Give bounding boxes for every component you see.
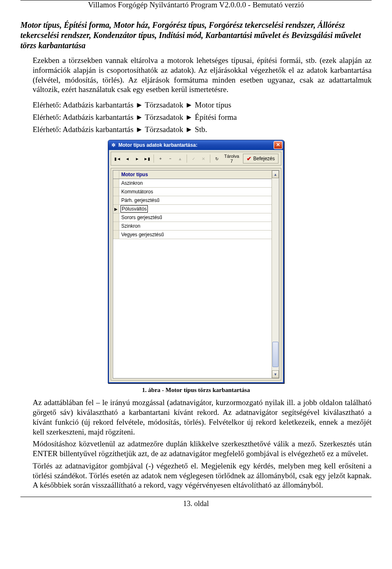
scroll-thumb[interactable]: [272, 342, 278, 367]
cell-value[interactable]: Kommutátoros: [119, 188, 272, 196]
separator: [210, 155, 210, 163]
nav-last-button[interactable]: ►▮: [143, 155, 151, 163]
data-grid: Motor típusAszinkronKommutátorosPárh. ge…: [111, 168, 281, 381]
nav-post-button: ✓: [189, 155, 198, 163]
paragraph-usage-3: Törlés az adatnavigátor gombjával (-) vé…: [33, 461, 372, 490]
cell-value[interactable]: Vegyes gerjesztésű: [119, 231, 272, 239]
cell-value[interactable]: Párh. gerjesztésű: [119, 196, 272, 204]
page-number: 13. oldal: [0, 497, 392, 512]
finish-label: Befejezés: [253, 156, 275, 161]
row-indicator: [113, 213, 119, 222]
edit-input[interactable]: Pólusváltós: [120, 205, 148, 213]
row-indicator: [113, 231, 119, 239]
column-header-row: Motor típus: [113, 170, 272, 179]
nav-first-button[interactable]: ▮◄: [114, 155, 122, 163]
row-indicator: [113, 170, 119, 179]
reach-path-2: Elérhető: Adatbázis karbantartás ► Törzs…: [33, 112, 372, 122]
cell-value[interactable]: Aszinkron: [119, 179, 272, 187]
titlebar: ✲ Motor típus adatok karbantartása: ✕: [108, 140, 284, 150]
table-row[interactable]: Vegyes gerjesztésű: [113, 231, 272, 239]
check-icon: ✔: [247, 155, 252, 162]
stored-label: Tárolva: [224, 154, 239, 159]
finish-button[interactable]: ✔ Befejezés: [243, 154, 278, 164]
column-header[interactable]: Motor típus: [119, 170, 272, 179]
row-indicator: [113, 179, 119, 187]
paragraph-usage-2: Módosításhoz közvetlenül az adatmezőre d…: [33, 439, 372, 459]
separator: [154, 155, 154, 163]
stored-value: 7: [224, 159, 239, 164]
row-indicator: ▶: [113, 205, 119, 213]
navigator-toolbar: ▮◄ ◄ ► ►▮ ＋ － ▲ ✓ ✕ ↻ Tárolva 7: [111, 152, 281, 166]
nav-refresh-button[interactable]: ↻: [213, 155, 221, 163]
cell-value[interactable]: Sorors gerjesztésű: [119, 213, 272, 222]
intro-paragraph: Ezekben a törzsekben vannak eltárolva a …: [33, 56, 372, 94]
nav-insert-button[interactable]: ＋: [156, 155, 165, 163]
cell-value[interactable]: Pólusváltós: [119, 205, 272, 213]
figure-caption: 1. ábra - Motor típus törzs karbantartás…: [20, 387, 372, 394]
table-row[interactable]: Kommutátoros: [113, 188, 272, 196]
nav-cancel-button: ✕: [199, 155, 207, 163]
scroll-up-button[interactable]: ▲: [272, 170, 279, 178]
row-indicator: [113, 222, 119, 230]
nav-edit-button: ▲: [176, 155, 184, 163]
stored-count: Tárolva 7: [224, 154, 239, 164]
row-indicator: [113, 196, 119, 204]
reach-path-3: Elérhető: Adatbázis karbantartás ► Törzs…: [33, 125, 372, 134]
table-row[interactable]: Aszinkron: [113, 179, 272, 188]
close-button[interactable]: ✕: [274, 141, 283, 149]
table-row[interactable]: Sorors gerjesztésű: [113, 213, 272, 222]
table-row[interactable]: Szinkron: [113, 222, 272, 231]
nav-prev-button[interactable]: ◄: [123, 155, 131, 163]
doc-header: Villamos Forgógép Nyilvántartó Program V…: [0, 0, 392, 10]
nav-next-button[interactable]: ►: [133, 155, 141, 163]
row-indicator: [113, 188, 119, 196]
window-title: Motor típus adatok karbantartása:: [118, 142, 274, 148]
dialog-window: ✲ Motor típus adatok karbantartása: ✕ ▮◄…: [108, 140, 284, 383]
table-row[interactable]: Párh. gerjesztésű: [113, 196, 272, 205]
nav-delete-button[interactable]: －: [166, 155, 174, 163]
separator: [187, 155, 187, 163]
scroll-down-button[interactable]: ▼: [272, 370, 279, 378]
scroll-track[interactable]: [272, 178, 279, 370]
table-row[interactable]: ▶Pólusváltós: [113, 205, 272, 213]
gear-icon: ✲: [111, 142, 116, 148]
reach-path-1: Elérhető: Adatbázis karbantartás ► Törzs…: [33, 100, 372, 110]
vertical-scrollbar[interactable]: ▲ ▼: [272, 170, 279, 378]
cell-value[interactable]: Szinkron: [119, 222, 272, 230]
paragraph-usage-1: Az adattáblában fel – le irányú mozgássa…: [33, 398, 372, 437]
section-heading: Motor típus, Építési forma, Motor ház, F…: [20, 20, 372, 51]
